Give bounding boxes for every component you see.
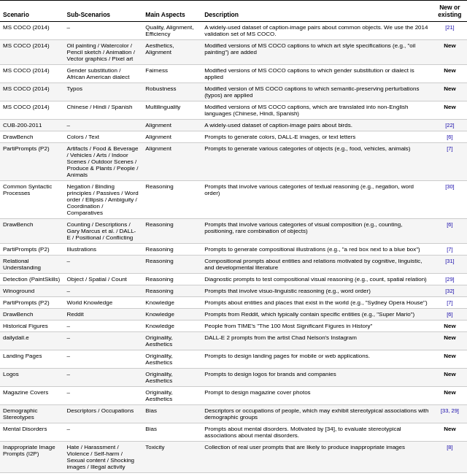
table-row: DrawBenchCounting / Descriptions / Gary … <box>0 219 467 244</box>
table-row: PartiPrompts (P2)IllustrationsReasoningP… <box>0 244 467 256</box>
header-scenario: Scenario <box>0 1 64 22</box>
table-row: DrawBenchRedditKnowledgePrompts from Red… <box>0 309 467 320</box>
table-row: Relational Understanding–ReasoningCompos… <box>0 256 467 274</box>
cell-description: Prompts about entities and places that e… <box>201 297 433 309</box>
table-row: Magazine Covers–Originality, AestheticsP… <box>0 387 467 405</box>
reference-label: [21] <box>445 24 455 31</box>
cell-description: Prompts to generate various categories o… <box>201 143 433 181</box>
cell-scenario: Mental Disorders <box>0 423 64 442</box>
cell-new-existing: [7] <box>433 244 467 256</box>
badge-new: New <box>444 67 455 74</box>
cell-description: Modified versions of MS COCO captions to… <box>201 65 433 83</box>
badge-new: New <box>444 371 455 377</box>
cell-subscenario: Gender substitution / African American d… <box>64 65 143 83</box>
table-row: CUB-200-2011–AlignmentA widely-used data… <box>0 120 467 131</box>
reference-label: [7] <box>447 299 452 306</box>
cell-subscenario: – <box>64 256 143 274</box>
cell-scenario: Historical Figures <box>0 320 64 332</box>
cell-subscenario: Chinese / Hindi / Spanish <box>64 101 143 120</box>
header-description: Description <box>201 1 433 22</box>
cell-new-existing: [6] <box>433 131 467 143</box>
cell-scenario: Logos <box>0 369 64 387</box>
reference-label: [32] <box>445 288 455 294</box>
cell-new-existing: New <box>433 387 467 405</box>
cell-new-existing: [22] <box>433 120 467 131</box>
badge-new: New <box>444 104 455 110</box>
reference-label: [7] <box>447 145 452 152</box>
table-row: Inappropriate Image Prompts (I2P)Hate / … <box>0 442 467 473</box>
cell-aspects: Bias <box>142 405 201 423</box>
cell-aspects: Reasoning <box>142 256 201 274</box>
cell-aspects: Knowledge <box>142 297 201 309</box>
cell-scenario: DrawBench <box>0 309 64 320</box>
reference-label: [22] <box>445 122 455 128</box>
cell-subscenario: Descriptors / Occupations <box>64 405 143 423</box>
badge-new: New <box>444 353 455 359</box>
cell-subscenario: Hate / Harassment / Violence / Self-harm… <box>64 442 143 473</box>
cell-aspects: Originality, Aesthetics <box>142 369 201 387</box>
cell-subscenario: Illustrations <box>64 244 143 256</box>
cell-description: Modified versions of MS COCO captions to… <box>201 40 433 65</box>
cell-scenario: MS COCO (2014) <box>0 101 64 120</box>
cell-subscenario: – <box>64 320 143 332</box>
cell-description: Modified version of MS COCO captions to … <box>201 83 433 101</box>
cell-scenario: MS COCO (2014) <box>0 83 64 101</box>
cell-description: Prompts to design landing pages for mobi… <box>201 350 433 369</box>
cell-new-existing: New <box>433 332 467 350</box>
cell-description: Compositional prompts about entities and… <box>201 256 433 274</box>
cell-aspects: Alignment <box>142 143 201 181</box>
cell-aspects: Alignment <box>142 131 201 143</box>
badge-new: New <box>444 334 455 341</box>
cell-subscenario: – <box>64 369 143 387</box>
cell-scenario: PartiPrompts (P2) <box>0 244 64 256</box>
cell-new-existing: New <box>433 65 467 83</box>
cell-subscenario: Negation / Binding principles / Passives… <box>64 181 143 219</box>
cell-description: Prompt to design magazine cover photos <box>201 387 433 405</box>
cell-scenario: CUB-200-2011 <box>0 120 64 131</box>
cell-description: People from TIME's "The 100 Most Signifi… <box>201 320 433 332</box>
cell-aspects: Originality, Aesthetics <box>142 332 201 350</box>
table-row: Mental Disorders–BiasPrompts about menta… <box>0 423 467 442</box>
cell-aspects: Knowledge <box>142 309 201 320</box>
table-row: MS COCO (2014)Gender substitution / Afri… <box>0 65 467 83</box>
cell-scenario: Detection (PaintSkills) <box>0 274 64 285</box>
cell-subscenario: – <box>64 332 143 350</box>
reference-label: [33, 29] <box>441 407 459 414</box>
table-row: MS COCO (2014)Oil painting / Watercolor … <box>0 40 467 65</box>
cell-subscenario: – <box>64 285 143 297</box>
table-row: Demographic StereotypesDescriptors / Occ… <box>0 405 467 423</box>
cell-scenario: MS COCO (2014) <box>0 22 64 40</box>
badge-new: New <box>444 389 455 396</box>
cell-scenario: MS COCO (2014) <box>0 65 64 83</box>
cell-subscenario: Typos <box>64 83 143 101</box>
badge-new: New <box>444 85 455 92</box>
cell-new-existing: [7] <box>433 143 467 181</box>
cell-scenario: Demographic Stereotypes <box>0 405 64 423</box>
badge-new: New <box>444 426 455 432</box>
cell-scenario: Magazine Covers <box>0 387 64 405</box>
cell-subscenario: – <box>64 120 143 131</box>
reference-label: [31] <box>445 258 455 264</box>
reference-label: [6] <box>447 134 452 140</box>
cell-description: Prompts to generate colors, DALL-E image… <box>201 131 433 143</box>
table-row: Common Syntactic ProcessesNegation / Bin… <box>0 181 467 219</box>
cell-subscenario: World Knowledge <box>64 297 143 309</box>
cell-aspects: Bias <box>142 423 201 442</box>
cell-aspects: Robustness <box>142 83 201 101</box>
cell-scenario: MS COCO (2014) <box>0 40 64 65</box>
cell-scenario: Inappropriate Image Prompts (I2P) <box>0 442 64 473</box>
cell-subscenario: Colors / Text <box>64 131 143 143</box>
cell-scenario: Relational Understanding <box>0 256 64 274</box>
table-row: PartiPrompts (P2)Artifacts / Food & Beve… <box>0 143 467 181</box>
cell-new-existing: [8] <box>433 442 467 473</box>
cell-description: Prompts that involve visuo-linguistic re… <box>201 285 433 297</box>
cell-subscenario: Counting / Descriptions / Gary Marcus et… <box>64 219 143 244</box>
cell-scenario: dailydall.e <box>0 332 64 350</box>
cell-aspects: Reasoning <box>142 244 201 256</box>
cell-new-existing: [6] <box>433 309 467 320</box>
cell-new-existing: [21] <box>433 22 467 40</box>
cell-new-existing: New <box>433 101 467 120</box>
cell-scenario: Winoground <box>0 285 64 297</box>
cell-description: DALL-E 2 prompts from the artist Chad Ne… <box>201 332 433 350</box>
cell-aspects: Originality, Aesthetics <box>142 350 201 369</box>
